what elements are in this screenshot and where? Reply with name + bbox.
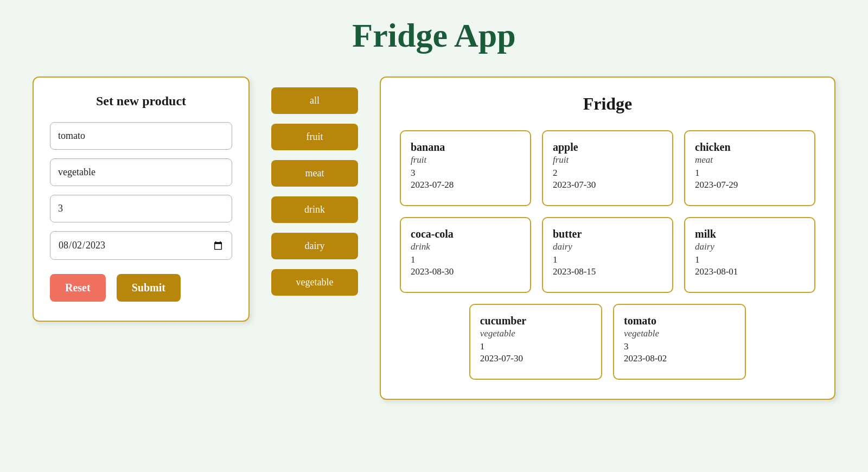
fridge-grid-bottom: cucumber vegetable 1 2023-07-30 tomato v…	[400, 304, 815, 380]
product-category: drink	[411, 241, 520, 252]
product-qty: 3	[624, 341, 735, 352]
main-content: Set new product Reset Submit allfruitmea…	[33, 76, 835, 400]
product-date: 2023-08-30	[411, 266, 520, 277]
form-buttons: Reset Submit	[50, 274, 232, 302]
form-panel: Set new product Reset Submit	[33, 76, 250, 322]
filter-btn-fruit[interactable]: fruit	[271, 124, 358, 150]
product-name: cucumber	[480, 315, 591, 327]
filter-btn-dairy[interactable]: dairy	[271, 233, 358, 259]
product-name: apple	[553, 141, 662, 154]
product-category: vegetable	[624, 328, 735, 339]
filter-btn-vegetable[interactable]: vegetable	[271, 269, 358, 296]
product-date: 2023-08-02	[624, 353, 735, 364]
product-name: milk	[695, 228, 805, 240]
product-qty: 1	[695, 254, 805, 265]
form-heading: Set new product	[50, 94, 232, 109]
product-card-cucumber: cucumber vegetable 1 2023-07-30	[469, 304, 602, 380]
product-date: 2023-07-29	[695, 180, 805, 190]
date-input[interactable]	[50, 231, 232, 260]
product-card-coca-cola: coca-cola drink 1 2023-08-30	[400, 217, 531, 293]
filter-btn-meat[interactable]: meat	[271, 160, 358, 187]
product-category: dairy	[695, 241, 805, 252]
app-title: Fridge App	[352, 16, 515, 55]
product-date: 2023-07-28	[411, 180, 520, 190]
fridge-heading: Fridge	[400, 94, 815, 114]
product-qty: 2	[553, 168, 662, 178]
fridge-panel: Fridge banana fruit 3 2023-07-28 apple f…	[380, 76, 835, 400]
product-qty: 1	[480, 341, 591, 352]
product-category: fruit	[411, 155, 520, 165]
product-name: tomato	[624, 315, 735, 327]
product-name: coca-cola	[411, 228, 520, 240]
product-date: 2023-07-30	[553, 180, 662, 190]
product-name: banana	[411, 141, 520, 154]
filter-btn-drink[interactable]: drink	[271, 196, 358, 223]
filter-btn-all[interactable]: all	[271, 87, 358, 114]
product-card-chicken: chicken meat 1 2023-07-29	[684, 130, 815, 206]
submit-button[interactable]: Submit	[117, 274, 181, 302]
product-qty: 1	[695, 168, 805, 178]
qty-input[interactable]	[50, 195, 232, 222]
product-qty: 3	[411, 168, 520, 178]
product-name: chicken	[695, 141, 805, 154]
product-card-milk: milk dairy 1 2023-08-01	[684, 217, 815, 293]
product-date: 2023-08-15	[553, 266, 662, 277]
product-name: butter	[553, 228, 662, 240]
product-qty: 1	[411, 254, 520, 265]
product-category: vegetable	[480, 328, 591, 339]
category-input[interactable]	[50, 158, 232, 186]
product-date: 2023-07-30	[480, 353, 591, 364]
product-date: 2023-08-01	[695, 266, 805, 277]
filter-panel: allfruitmeatdrinkdairyvegetable	[271, 76, 358, 296]
fridge-grid: banana fruit 3 2023-07-28 apple fruit 2 …	[400, 130, 815, 293]
product-category: fruit	[553, 155, 662, 165]
name-input[interactable]	[50, 122, 232, 150]
product-card-banana: banana fruit 3 2023-07-28	[400, 130, 531, 206]
product-card-butter: butter dairy 1 2023-08-15	[542, 217, 673, 293]
product-category: meat	[695, 155, 805, 165]
reset-button[interactable]: Reset	[50, 274, 106, 302]
product-card-tomato: tomato vegetable 3 2023-08-02	[613, 304, 746, 380]
product-category: dairy	[553, 241, 662, 252]
product-card-apple: apple fruit 2 2023-07-30	[542, 130, 673, 206]
product-qty: 1	[553, 254, 662, 265]
